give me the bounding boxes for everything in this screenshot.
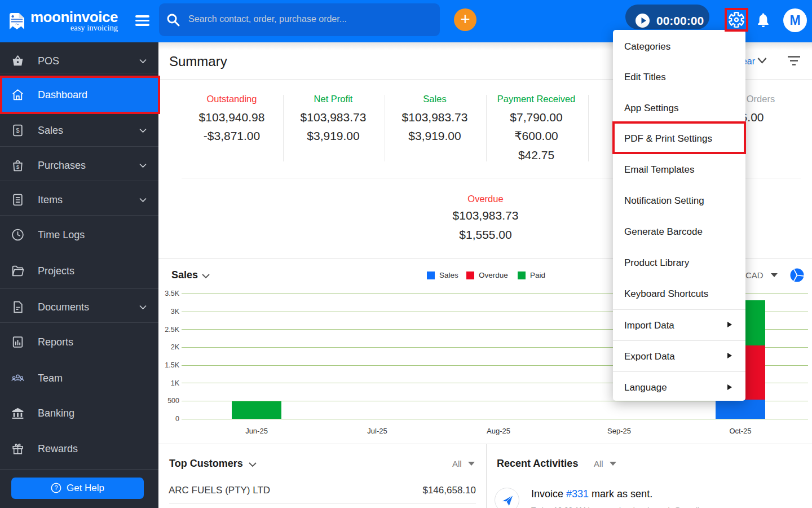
- svg-text:$: $: [16, 127, 20, 134]
- svg-text:?: ?: [54, 484, 58, 491]
- svg-text:$: $: [16, 164, 20, 170]
